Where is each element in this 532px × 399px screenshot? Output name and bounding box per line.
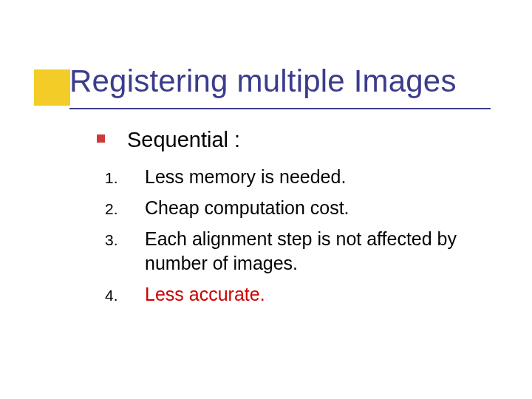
list-text: Less memory is needed.: [145, 165, 488, 190]
list-number: 1.: [74, 165, 145, 188]
list-item: 4. Less accurate.: [74, 282, 488, 307]
list-number: 3.: [74, 227, 145, 250]
subtitle-row: Sequential :: [74, 126, 488, 154]
title-underline: [69, 108, 491, 109]
list-text-negative: Less accurate.: [145, 282, 488, 307]
list-number: 4.: [74, 282, 145, 306]
list-item: 3. Each alignment step is not affected b…: [74, 227, 488, 277]
square-bullet-icon: [97, 134, 105, 143]
list-number: 2.: [74, 196, 145, 219]
list-item: 2. Cheap computation cost.: [74, 196, 488, 221]
accent-square: [34, 69, 70, 106]
list-text: Cheap computation cost.: [145, 196, 488, 221]
slide-body: Sequential : 1. Less memory is needed. 2…: [74, 126, 488, 313]
slide: Registering multiple Images Sequential :…: [0, 0, 532, 399]
bullet-cell: [74, 126, 127, 143]
subtitle-text: Sequential :: [127, 126, 240, 154]
list-text: Each alignment step is not affected by n…: [145, 227, 488, 277]
list-item: 1. Less memory is needed.: [74, 165, 488, 190]
slide-title: Registering multiple Images: [69, 64, 457, 99]
